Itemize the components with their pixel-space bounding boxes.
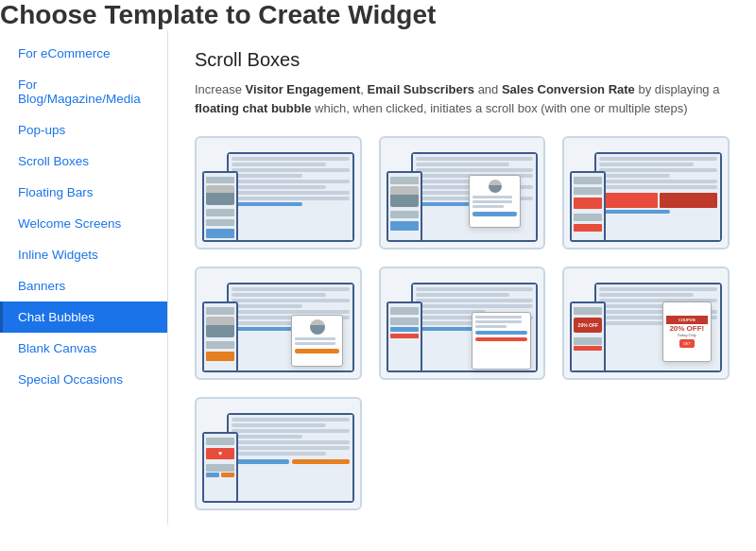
sidebar-item-scrollboxes[interactable]: Scroll Boxes bbox=[0, 146, 167, 177]
tablet-1 bbox=[227, 152, 354, 242]
mock-promo-label: 20% OFF bbox=[578, 322, 598, 328]
mock-btn-row-sm bbox=[206, 473, 234, 477]
mock-block bbox=[574, 224, 602, 232]
promo-top: COUPON bbox=[666, 316, 708, 324]
promo-btn: GET bbox=[679, 339, 695, 348]
sidebar-item-banners[interactable]: Banners bbox=[0, 270, 167, 301]
device-preview-6: COUPON 20% OFF! Today Only GET 20% OFF bbox=[564, 268, 728, 378]
mock-popup-4 bbox=[291, 315, 343, 368]
mock-btn bbox=[206, 473, 219, 477]
mock-block bbox=[206, 209, 234, 216]
section-title: Scroll Boxes bbox=[195, 49, 730, 71]
mock-line bbox=[599, 287, 717, 291]
phone-5 bbox=[387, 301, 422, 372]
sidebar-item-floatingbars[interactable]: Floating Bars bbox=[0, 177, 167, 208]
promo-text: Today Only bbox=[678, 333, 696, 337]
template-card-5[interactable] bbox=[379, 267, 546, 380]
main-content: Scroll Boxes Increase Visitor Engagement… bbox=[168, 30, 756, 525]
mock-block bbox=[206, 229, 234, 238]
mock-line bbox=[232, 197, 350, 200]
templates-grid-row1: COUPON 20% OFF! Today Only GET 20% OFF bbox=[195, 136, 730, 380]
template-card-2[interactable] bbox=[379, 136, 546, 250]
mock-block bbox=[574, 177, 602, 184]
mock-block bbox=[206, 352, 234, 361]
mock-img bbox=[206, 317, 234, 337]
phone-screen-2 bbox=[388, 173, 421, 240]
mock-btn-blue bbox=[232, 459, 289, 464]
mock-line bbox=[416, 163, 510, 166]
mock-line bbox=[416, 287, 534, 291]
sidebar: For eCommerce For Blog/Magazine/Media Po… bbox=[0, 30, 168, 525]
highlight-visitor: Visitor Engagement bbox=[245, 82, 360, 96]
phone-2 bbox=[387, 171, 422, 242]
mock-line bbox=[232, 168, 350, 172]
mock-line bbox=[232, 423, 326, 427]
mock-popup-line bbox=[475, 325, 506, 328]
mock-line bbox=[232, 310, 350, 314]
mock-line bbox=[416, 293, 510, 297]
sidebar-item-ecommerce[interactable]: For eCommerce bbox=[0, 38, 167, 69]
template-card-7[interactable]: ♥ bbox=[195, 397, 362, 510]
tablet-screen-7 bbox=[229, 415, 352, 501]
mock-line bbox=[232, 157, 350, 161]
mock-line bbox=[599, 163, 694, 166]
sidebar-item-chatbubbles[interactable]: Chat Bubbles bbox=[0, 301, 167, 333]
section-description: Increase Visitor Engagement, Email Subsc… bbox=[195, 80, 730, 117]
mock-btn bbox=[472, 212, 517, 216]
mock-block bbox=[390, 307, 419, 315]
mock-img bbox=[206, 185, 234, 205]
sidebar-item-inlinewidgets[interactable]: Inline Widgets bbox=[0, 239, 167, 270]
template-card-4[interactable] bbox=[195, 267, 362, 380]
sidebar-item-welcomescreens[interactable]: Welcome Screens bbox=[0, 208, 167, 239]
mock-btn bbox=[475, 337, 526, 341]
mock-line bbox=[232, 202, 302, 206]
mock-line bbox=[232, 446, 350, 450]
mock-line bbox=[599, 185, 717, 189]
mock-video bbox=[599, 193, 657, 208]
device-preview-7: ♥ bbox=[197, 399, 360, 508]
page-header: Choose Template to Create Widget bbox=[0, 0, 756, 30]
sidebar-item-popups[interactable]: Pop-ups bbox=[0, 114, 167, 146]
mock-block bbox=[574, 337, 602, 345]
tablet-7 bbox=[227, 413, 354, 503]
page-title: Choose Template to Create Widget bbox=[0, 0, 756, 30]
template-card-1[interactable] bbox=[195, 136, 362, 250]
mock-popup-line bbox=[295, 342, 335, 345]
promo-box-6: COUPON 20% OFF! Today Only GET bbox=[662, 301, 712, 362]
phone-screen-6: 20% OFF bbox=[572, 303, 604, 370]
mock-btn bbox=[475, 331, 526, 335]
template-card-6[interactable]: COUPON 20% OFF! Today Only GET 20% OFF bbox=[562, 267, 730, 380]
mock-heart: ♥ bbox=[206, 448, 234, 459]
mock-line bbox=[416, 304, 534, 308]
mock-line bbox=[232, 163, 326, 166]
mock-line bbox=[599, 157, 717, 161]
sidebar-item-blog[interactable]: For Blog/Magazine/Media bbox=[0, 69, 167, 114]
sidebar-item-blankcanvas[interactable]: Blank Canvas bbox=[0, 333, 167, 364]
phone-screen-1 bbox=[204, 173, 236, 240]
mock-line bbox=[232, 299, 350, 302]
mock-btn bbox=[221, 473, 234, 477]
highlight-bubble: floating chat bubble bbox=[195, 101, 312, 115]
mock-line bbox=[232, 287, 350, 291]
mock-popup-line bbox=[475, 320, 522, 323]
mock-line bbox=[232, 429, 350, 433]
mock-video bbox=[660, 193, 717, 208]
device-preview-3 bbox=[564, 138, 728, 248]
mock-btn-sm bbox=[390, 334, 419, 338]
phone-screen-5 bbox=[388, 303, 421, 370]
phone-7: ♥ bbox=[202, 432, 238, 503]
device-preview-4 bbox=[197, 268, 360, 378]
template-card-3[interactable] bbox=[562, 136, 730, 250]
mock-popup-line bbox=[472, 200, 513, 203]
mock-block bbox=[206, 341, 234, 349]
heart-icon: ♥ bbox=[218, 450, 222, 456]
sidebar-item-specialoccasions[interactable]: Special Occasions bbox=[0, 364, 167, 395]
promo-percent: 20% OFF! bbox=[669, 324, 704, 333]
mock-media-row bbox=[599, 193, 717, 208]
mock-popup-5 bbox=[472, 312, 530, 369]
mock-popup-line bbox=[295, 337, 335, 340]
mock-line bbox=[599, 210, 670, 214]
mock-popup-line bbox=[472, 196, 513, 198]
mock-line bbox=[232, 185, 326, 189]
mock-line bbox=[599, 304, 670, 308]
